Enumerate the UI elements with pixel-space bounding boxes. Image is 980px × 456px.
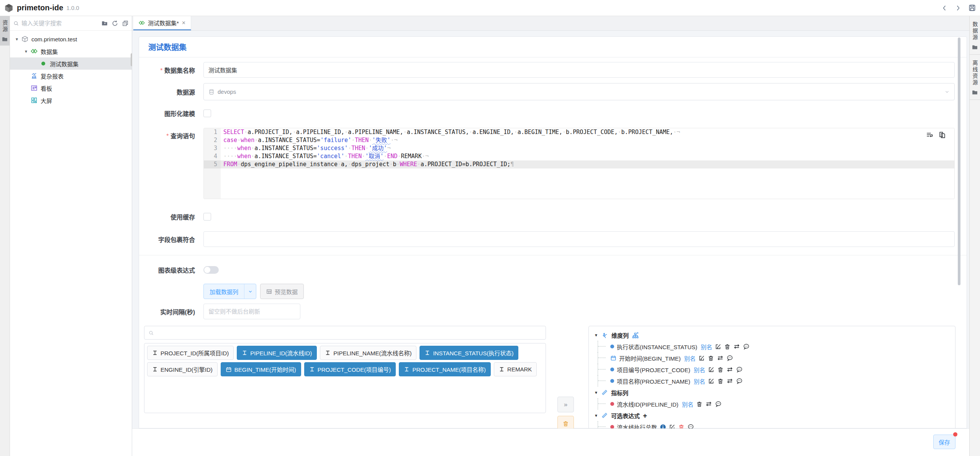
- caret-icon[interactable]: ▼: [22, 49, 30, 54]
- add-expression-icon[interactable]: +: [643, 412, 647, 419]
- sql-editor[interactable]: 12345 SELECT·a.PROJECT_ID,·a.PIPELINE_ID…: [203, 128, 955, 199]
- edit-icon[interactable]: [698, 355, 705, 361]
- edit-icon[interactable]: [708, 366, 715, 373]
- tree-guide: [598, 352, 608, 364]
- alias-link[interactable]: 别名: [701, 343, 712, 351]
- comment-icon[interactable]: [687, 423, 694, 428]
- datasource-select[interactable]: devops: [203, 83, 955, 100]
- tree-item[interactable]: 复杂报表: [10, 70, 132, 82]
- field-chip[interactable]: PIPELINE_NAME(流水线名称): [320, 346, 416, 360]
- trash-icon[interactable]: [717, 366, 724, 373]
- trash-icon[interactable]: [717, 378, 724, 384]
- column-group-header[interactable]: ▼指标列: [594, 387, 950, 398]
- caret-icon[interactable]: ▼: [594, 414, 598, 418]
- edit-icon[interactable]: [708, 378, 715, 384]
- tree-guide: [598, 421, 608, 428]
- dataset-icon: [30, 48, 38, 55]
- column-group-header[interactable]: ▼可选表达式+: [594, 410, 950, 421]
- swap-icon[interactable]: [733, 343, 740, 350]
- trash-icon: [562, 420, 569, 427]
- activity-item-datasource[interactable]: 数据源: [970, 16, 980, 55]
- comment-icon[interactable]: [743, 343, 750, 350]
- save-button[interactable]: 保存: [933, 435, 955, 449]
- tree-item[interactable]: 大屏: [10, 94, 132, 106]
- preview-data-button[interactable]: 预览数据: [260, 284, 304, 299]
- trash-icon[interactable]: [678, 424, 685, 429]
- activity-item-resources[interactable]: 资源: [0, 16, 10, 46]
- field-chip[interactable]: INSTANCE_STATUS(执行状态): [420, 346, 518, 360]
- search-icon: [148, 330, 154, 336]
- interval-input[interactable]: [203, 304, 300, 319]
- column-group-title: 指标列: [611, 389, 628, 397]
- clear-button[interactable]: [557, 416, 574, 428]
- activity-item-offline-resources[interactable]: 离线资源: [970, 55, 980, 100]
- edit-icon[interactable]: [715, 343, 721, 350]
- field-chip[interactable]: REMARK: [494, 362, 537, 376]
- collapse-all-icon[interactable]: [122, 20, 129, 27]
- alias-link[interactable]: 别名: [694, 366, 705, 374]
- save-all-icon[interactable]: [968, 4, 976, 12]
- tree-item[interactable]: 测试数据集: [10, 57, 132, 70]
- trash-icon[interactable]: [696, 401, 703, 407]
- info-icon[interactable]: [660, 424, 666, 429]
- tab-close-icon[interactable]: ×: [182, 20, 185, 26]
- trash-icon[interactable]: [724, 343, 731, 350]
- transfer-buttons: »: [557, 326, 574, 428]
- dot-blue-icon: [610, 368, 614, 371]
- trash-icon[interactable]: [708, 355, 714, 361]
- caret-icon[interactable]: ▼: [594, 391, 598, 395]
- refresh-icon[interactable]: [111, 20, 118, 27]
- nav-back-icon[interactable]: [941, 4, 948, 12]
- fields-search-input[interactable]: [157, 330, 542, 336]
- tab-test-dataset[interactable]: 测试数据集* ×: [133, 16, 191, 30]
- format-sql-icon[interactable]: [926, 131, 933, 139]
- alias-link[interactable]: 别名: [684, 354, 696, 362]
- caret-icon[interactable]: ▼: [13, 37, 21, 41]
- name-input[interactable]: [203, 62, 955, 78]
- edit-icon[interactable]: [669, 424, 675, 429]
- caret-icon[interactable]: ▼: [594, 333, 598, 337]
- field-chip-label: ENGINE_ID(引擎ID): [161, 365, 213, 373]
- sitemap-plus-icon[interactable]: [632, 332, 639, 339]
- column-item-label: 项目编号(PROJECT_CODE): [617, 366, 690, 374]
- swap-icon[interactable]: [705, 400, 712, 407]
- expression-toggle[interactable]: [203, 266, 219, 274]
- graphical-checkbox[interactable]: [203, 110, 211, 117]
- load-columns-button[interactable]: 加载数据列: [203, 284, 256, 299]
- tree-item[interactable]: 看板: [10, 82, 132, 94]
- field-chip[interactable]: ENGINE_ID(引擎ID): [147, 362, 218, 376]
- cache-checkbox[interactable]: [203, 213, 211, 221]
- alias-link[interactable]: 别名: [682, 400, 693, 408]
- load-columns-dropdown[interactable]: [244, 284, 256, 299]
- column-item-label: 流水线ID(PIPELINE_ID): [617, 400, 678, 408]
- field-chip[interactable]: PROJECT_NAME(项目名称): [399, 362, 491, 376]
- explorer-panel: ▼com.primeton.test▼数据集测试数据集复杂报表看板大屏: [10, 16, 132, 456]
- field-chip[interactable]: PIPELINE_ID(流水线ID): [237, 346, 317, 360]
- explorer-search-input[interactable]: [21, 20, 98, 26]
- field-chip[interactable]: PROJECT_CODE(项目编号): [304, 362, 396, 376]
- swap-icon[interactable]: [726, 366, 733, 373]
- copy-sql-icon[interactable]: [939, 131, 946, 139]
- comment-icon[interactable]: [726, 355, 733, 361]
- wrapper-input[interactable]: [203, 231, 955, 247]
- title-bar: primeton-ide 1.0.0: [0, 0, 980, 16]
- comment-icon[interactable]: [736, 366, 743, 373]
- form-row-name: 数据集名称: [139, 62, 967, 78]
- dataset-form-card: 测试数据集 数据集名称 数据源 devops: [139, 36, 967, 428]
- column-group-header[interactable]: ▼维度列: [594, 329, 950, 341]
- sql-code[interactable]: SELECT·a.PROJECT_ID,·a.PIPELINE_ID,·a.PI…: [221, 128, 954, 199]
- swap-icon[interactable]: [726, 378, 733, 384]
- swap-icon[interactable]: [717, 355, 724, 361]
- tree-item[interactable]: ▼数据集: [10, 45, 132, 57]
- activity-item-label: 离线资源: [972, 60, 978, 86]
- comment-icon[interactable]: [715, 400, 722, 407]
- comment-icon[interactable]: [736, 378, 743, 384]
- new-folder-icon[interactable]: [101, 20, 108, 27]
- field-chip[interactable]: BEGIN_TIME(开始时间): [221, 362, 301, 376]
- move-right-button[interactable]: »: [557, 397, 574, 412]
- scrollbar-thumb[interactable]: [958, 38, 960, 285]
- field-chip[interactable]: PROJECT_ID(所属项目ID): [147, 346, 234, 360]
- tree-item[interactable]: ▼com.primeton.test: [10, 33, 132, 45]
- alias-link[interactable]: 别名: [694, 377, 705, 385]
- nav-forward-icon[interactable]: [954, 4, 962, 12]
